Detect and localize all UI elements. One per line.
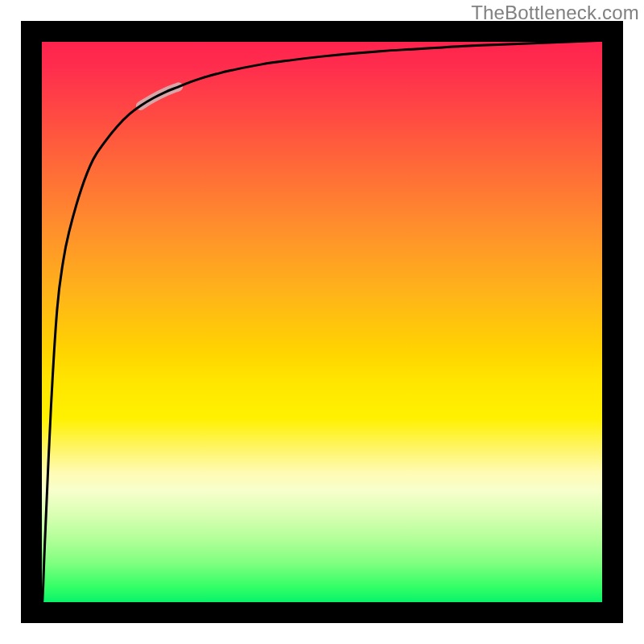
- watermark-text: TheBottleneck.com: [471, 2, 639, 24]
- chart-container: TheBottleneck.com: [0, 0, 644, 644]
- plot-background-gradient: [21, 21, 623, 623]
- plot-frame: [21, 21, 623, 623]
